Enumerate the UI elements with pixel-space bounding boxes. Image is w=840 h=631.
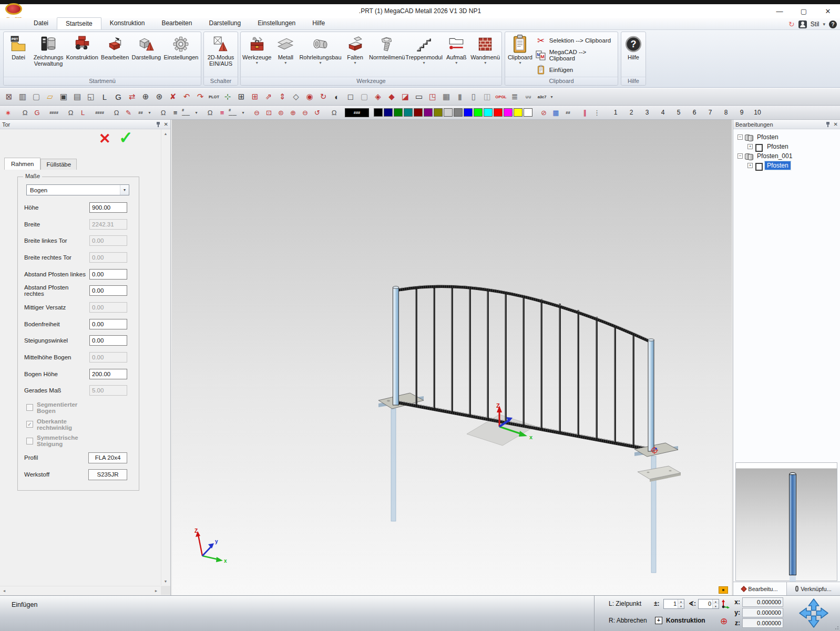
screen-colors-icon[interactable]: ▦ [550,107,562,118]
open-red-box-icon[interactable]: ◳ [426,90,439,103]
load-g-file-icon[interactable]: G [111,90,125,103]
spin-up-icon[interactable]: ▲ [713,599,719,604]
palette-color-magenta[interactable] [504,108,513,117]
view-slot-5[interactable]: 5 [671,107,687,118]
menu-tab[interactable]: Startseite [57,17,101,29]
werkzeuge-button[interactable]: Werkzeuge ▾ [242,33,272,65]
edit-solid-icon[interactable]: ⊞ [248,90,262,103]
palette-color-gray[interactable] [454,108,463,117]
line-type-display[interactable]: # —— [181,107,193,118]
hash-display[interactable]: ## [562,107,574,118]
palette-color-navy[interactable] [384,108,393,117]
tree-expander[interactable]: + [747,163,753,168]
rotate-view-icon[interactable]: ↻ [316,90,330,103]
tree-expander[interactable]: − [737,135,743,140]
group-g-icon[interactable]: G [31,107,43,118]
tree-expander[interactable]: + [747,144,753,149]
move-element-icon[interactable]: ⊹ [221,90,234,103]
group-number-display[interactable]: #### [48,107,60,118]
add-solid-icon[interactable]: ⊞ [234,90,248,103]
pen-dropdown-icon[interactable]: ▾ [147,107,152,118]
werkstoff-button[interactable]: S235JR [88,469,127,480]
orbit-icon[interactable]: ◐ [330,90,344,103]
checkbox[interactable] [26,404,33,411]
scroll-up-icon[interactable]: ▲ [161,129,170,138]
tree-node-label[interactable]: Pfosten [755,133,781,141]
flatten-icon[interactable]: ◇ [289,90,303,103]
menu-tab[interactable]: Hilfe [304,17,333,29]
palette-color-lime[interactable] [474,108,483,117]
form-type-select[interactable]: Bogen ▾ [26,184,129,195]
lock-hatch-icon[interactable]: Ω [204,107,216,118]
open-document-icon[interactable]: ▱ [43,90,57,103]
palette-color-green[interactable] [394,108,403,117]
links-icon[interactable]: ∪∪ [521,90,535,103]
rotate-axis-icon[interactable]: ⇕ [275,90,289,103]
cylinder-hidden-icon[interactable]: ◫ [480,90,494,103]
rotate-center-icon[interactable]: ◉ [303,90,316,103]
opengl-icon[interactable]: OPGL [494,90,508,103]
2d-modus-button[interactable]: 2D-Modus EIN/AUS [206,33,236,67]
tab[interactable]: Rahmen [4,158,40,170]
checkbox[interactable] [26,438,33,444]
zoom-window-icon[interactable]: ⊡ [263,107,275,118]
help-icon[interactable]: ? [829,20,837,28]
field-input[interactable] [89,369,127,379]
maximize-button[interactable]: ▢ [792,4,816,18]
tree-row[interactable]: − Pfosten_001 [737,151,840,161]
x-coordinate-field[interactable] [742,597,783,607]
refresh-icon[interactable]: ↻ [788,20,795,28]
layer-number-display[interactable]: #### [94,107,106,118]
zoom-fit-icon[interactable]: ⊜ [275,107,287,118]
zeichnungsverwaltung-button[interactable]: Zeichnungs Verwaltung [32,33,65,67]
darstellung-button[interactable]: Darstellung [130,33,162,60]
treppenmodul-button[interactable]: Treppenmodul ▾ [405,33,443,65]
palette-color-yellow[interactable] [514,108,523,117]
color-current-swatch[interactable]: ### [345,108,369,117]
chevron-down-icon[interactable]: ▾ [823,22,825,27]
redo-icon[interactable]: ↷ [193,90,207,103]
part-preview[interactable] [735,462,837,581]
minimize-button[interactable]: — [767,4,792,18]
field-input[interactable] [89,285,127,296]
lock-layer-icon[interactable]: Ω [65,107,77,118]
scroll-left-icon[interactable]: ◄ [0,586,8,595]
field-input[interactable] [89,335,127,346]
y-coordinate-field[interactable] [742,608,783,617]
pen-number-display[interactable]: ## [135,107,147,118]
menu-tab[interactable]: Darstellung [200,17,249,29]
field-input[interactable] [89,302,127,313]
falten-button[interactable]: Falten ▾ [342,33,369,65]
cube-hidden-icon[interactable]: ▢ [357,90,371,103]
view-slot-8[interactable]: 8 [718,107,734,118]
cube-wireframe-icon[interactable]: ◻ [344,90,357,103]
line-type-dropdown-icon[interactable]: ▾ [193,107,199,118]
scroll-down-icon[interactable]: ▼ [161,577,170,585]
tree-node-label[interactable]: Pfosten_001 [755,152,794,160]
cube-section-icon[interactable]: ◪ [398,90,412,103]
palette-color-red[interactable] [494,108,503,117]
view-slot-10[interactable]: 10 [750,107,765,118]
konstruktion-button[interactable]: Konstruktion [65,33,99,60]
tree-row[interactable]: + Pfosten [747,142,840,151]
cancel-button[interactable]: ✕ [99,131,111,146]
tab-verknuepfungen[interactable]: Verknüpfu... [787,582,840,595]
tree-row[interactable]: − Pfosten [737,132,840,142]
structure-tree-icon[interactable]: ≣ [508,90,521,103]
field-input[interactable] [89,352,127,363]
mode-2d3d-icon[interactable]: ⊠ [2,90,16,103]
profil-button[interactable]: FLA 20x4 [88,452,127,463]
eraser-icon[interactable]: ⊘ [538,107,550,118]
lock-color-icon[interactable]: Ω [328,107,340,118]
zoom-previous-icon[interactable]: ↺ [311,107,323,118]
new-document-icon[interactable]: ▢ [29,90,43,103]
close-button[interactable]: ✕ [816,4,840,18]
normteilmenu-button[interactable]: Normteilmenü [369,33,405,65]
print-icon[interactable]: ▤ [70,90,84,103]
konstruktion-mode-icon[interactable]: + [655,617,662,624]
user-icon[interactable] [798,20,807,28]
tree-expander[interactable]: − [737,153,743,159]
angle-spinner[interactable]: 0 ▲ ▼ [698,599,719,609]
cylinder-shaded-icon[interactable]: ▮ [453,90,467,103]
einfuegen-button[interactable]: Einfügen [534,64,617,76]
